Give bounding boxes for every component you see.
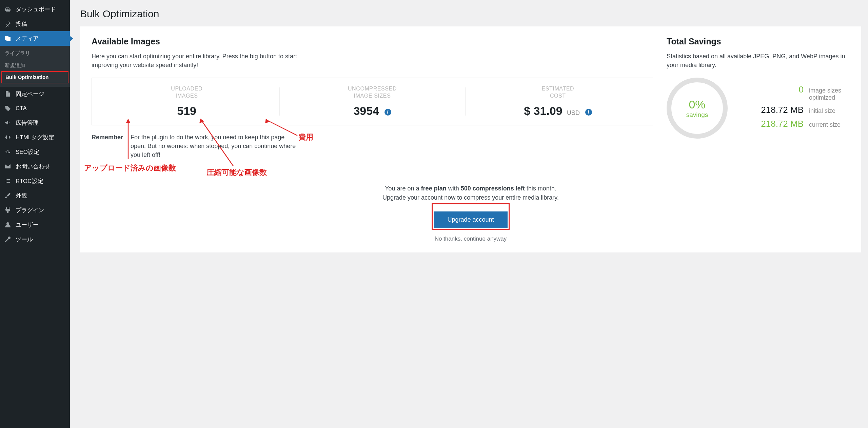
wrench-icon — [4, 236, 12, 243]
svg-point-0 — [6, 37, 7, 38]
envelope-icon — [4, 163, 12, 170]
savings-desc: Statistics based on all available JPEG, … — [667, 52, 850, 69]
stat-uncompressed: UNCOMPRESSED IMAGE SIZES 3954 i — [279, 85, 465, 118]
sidebar-item-plugins[interactable]: プラグイン — [0, 203, 70, 218]
savings-ring: 0% savings — [667, 78, 728, 139]
sidebar-label: ツール — [16, 236, 33, 243]
pages-icon — [4, 90, 12, 98]
savings-table: 0 image sizes optimized 218.72 MB initia… — [738, 84, 850, 133]
info-icon[interactable]: i — [585, 109, 592, 116]
uncompressed-value: 3954 — [353, 104, 379, 117]
optimized-label: image sizes optimized — [809, 87, 850, 101]
submenu-item-library[interactable]: ライブラリ — [0, 47, 70, 59]
available-title: Available Images — [92, 37, 653, 46]
annotation-uploaded: アップロード済みの画像数 — [84, 163, 176, 173]
gear-icon — [4, 148, 12, 156]
no-thanks-link[interactable]: No thanks, continue anyway — [435, 236, 507, 242]
page-title: Bulk Optimization — [80, 8, 861, 20]
sidebar-label: メディア — [16, 35, 39, 42]
sidebar-label: CTA — [16, 105, 27, 112]
stat-estimated-cost: ESTIMATED COST $ 31.09 USD i — [465, 85, 651, 118]
sidebar-label: ダッシュボード — [16, 5, 56, 13]
sidebar-item-users[interactable]: ユーザー — [0, 218, 70, 232]
main-content: Bulk Optimization Available Images Here … — [70, 0, 868, 428]
sidebar-label: 投稿 — [16, 20, 27, 28]
highlight-box: Upgrade account — [432, 203, 509, 230]
estimated-cost-currency: USD — [567, 109, 580, 116]
remember-row: Remember For the plugin to do the work, … — [92, 133, 653, 159]
admin-sidebar: ダッシュボード 投稿 メディア ライブラリ 新規追加 Bulk Optimiza… — [0, 0, 70, 428]
sidebar-item-ads[interactable]: 広告管理 — [0, 116, 70, 130]
pin-icon — [4, 20, 12, 28]
sidebar-label: ユーザー — [16, 221, 39, 229]
initial-size-label: initial size — [809, 107, 850, 115]
sidebar-item-posts[interactable]: 投稿 — [0, 17, 70, 31]
sidebar-label: SEO設定 — [16, 148, 39, 156]
submenu-item-bulkoptimization[interactable]: Bulk Optimization — [5, 73, 65, 81]
remember-label: Remember — [92, 133, 123, 159]
current-size: 218.72 MB — [749, 119, 804, 129]
upgrade-account-button[interactable]: Upgrade account — [434, 211, 507, 228]
list-icon — [4, 177, 12, 185]
savings-percent: 0% — [689, 98, 705, 111]
sidebar-item-media[interactable]: メディア — [0, 31, 70, 46]
sidebar-label: RTOC設定 — [16, 177, 43, 185]
submenu-item-addnew[interactable]: 新規追加 — [0, 59, 70, 72]
brush-icon — [4, 192, 12, 199]
sidebar-item-rtoc[interactable]: RTOC設定 — [0, 174, 70, 188]
plug-icon — [4, 206, 12, 214]
sidebar-label: 広告管理 — [16, 119, 39, 127]
plan-status-line: You are on a free plan with 500 compress… — [92, 185, 850, 192]
uploaded-images-value: 519 — [94, 104, 279, 118]
savings-percent-label: savings — [686, 111, 708, 119]
sidebar-item-htmltag[interactable]: HTMLタグ設定 — [0, 130, 70, 145]
sidebar-item-seo[interactable]: SEO設定 — [0, 145, 70, 159]
cta-area: You are on a free plan with 500 compress… — [92, 173, 850, 242]
user-icon — [4, 221, 12, 228]
upgrade-hint-line: Upgrade your account now to compress you… — [92, 194, 850, 201]
available-desc: Here you can start optimizing your entir… — [92, 52, 309, 69]
sidebar-label: プラグイン — [16, 206, 44, 214]
sidebar-label: 固定ページ — [16, 90, 44, 98]
remember-text: For the plugin to do the work, you need … — [131, 133, 300, 159]
current-size-label: current size — [809, 121, 850, 128]
savings-title: Total Savings — [667, 37, 850, 46]
sidebar-label: お問い合わせ — [16, 163, 50, 170]
info-icon[interactable]: i — [384, 109, 391, 116]
stat-uploaded-images: UPLOADED IMAGES 519 — [94, 85, 279, 118]
svg-point-1 — [6, 222, 9, 225]
media-icon — [4, 35, 12, 42]
estimated-cost-value: 31.09 — [534, 104, 563, 117]
content-card: Available Images Here you can start opti… — [80, 26, 861, 252]
sidebar-item-dashboard[interactable]: ダッシュボード — [0, 2, 70, 17]
dashboard-icon — [4, 6, 12, 13]
initial-size: 218.72 MB — [749, 105, 804, 115]
code-icon — [4, 134, 12, 141]
sidebar-item-tools[interactable]: ツール — [0, 232, 70, 247]
sidebar-label: 外観 — [16, 192, 27, 200]
sidebar-item-cta[interactable]: CTA — [0, 101, 70, 116]
sidebar-submenu-media: ライブラリ 新規追加 Bulk Optimization — [0, 46, 70, 87]
tag-icon — [4, 105, 12, 112]
total-savings-section: Total Savings Statistics based on all av… — [667, 37, 850, 159]
estimated-cost-symbol: $ — [524, 104, 530, 117]
stats-box: UPLOADED IMAGES 519 UNCOMPRESSED IMAGE S… — [92, 78, 653, 125]
megaphone-icon — [4, 119, 12, 126]
sidebar-label: HTMLタグ設定 — [16, 134, 54, 141]
highlight-box: Bulk Optimization — [1, 71, 68, 83]
sidebar-item-pages[interactable]: 固定ページ — [0, 87, 70, 101]
sidebar-item-contact[interactable]: お問い合わせ — [0, 159, 70, 174]
sidebar-item-appearance[interactable]: 外観 — [0, 188, 70, 203]
available-images-section: Available Images Here you can start opti… — [92, 37, 653, 159]
optimized-count: 0 — [749, 84, 804, 95]
